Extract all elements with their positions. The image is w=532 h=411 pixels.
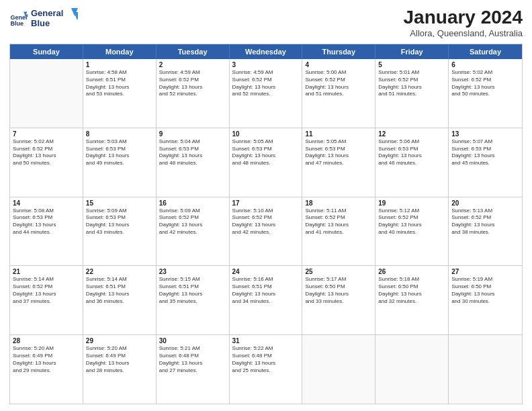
day-number: 14 [13,199,80,207]
day-info: Sunrise: 5:10 AM Sunset: 6:52 PM Dayligh… [232,208,300,236]
day-number: 13 [451,130,519,138]
day-info: Sunrise: 5:09 AM Sunset: 6:53 PM Dayligh… [86,208,153,236]
weekday-header-friday: Friday [375,44,449,59]
day-cell-8: 8Sunrise: 5:03 AM Sunset: 6:53 PM Daylig… [83,128,157,197]
day-cell-13: 13Sunrise: 5:07 AM Sunset: 6:53 PM Dayli… [449,128,522,197]
day-info: Sunrise: 5:04 AM Sunset: 6:53 PM Dayligh… [159,138,226,167]
page: General Blue General Blue January 2024 A… [0,0,532,411]
day-cell-22: 22Sunrise: 5:14 AM Sunset: 6:51 PM Dayli… [83,266,157,334]
day-info: Sunrise: 5:15 AM Sunset: 6:51 PM Dayligh… [159,276,226,305]
day-cell-27: 27Sunrise: 5:19 AM Sunset: 6:50 PM Dayli… [449,266,522,334]
day-number: 15 [86,199,153,207]
svg-text:Blue: Blue [31,18,50,28]
day-number: 21 [13,268,80,275]
day-info: Sunrise: 5:20 AM Sunset: 6:49 PM Dayligh… [86,345,153,374]
day-info: Sunrise: 5:12 AM Sunset: 6:52 PM Dayligh… [378,208,445,236]
day-number: 1 [86,61,153,68]
day-cell-1: 1Sunrise: 4:58 AM Sunset: 6:51 PM Daylig… [83,59,157,128]
day-info: Sunrise: 5:20 AM Sunset: 6:49 PM Dayligh… [13,345,80,374]
title-block: January 2024 Allora, Queensland, Austral… [404,7,523,38]
day-cell-4: 4Sunrise: 5:00 AM Sunset: 6:52 PM Daylig… [302,59,375,128]
day-cell-20: 20Sunrise: 5:13 AM Sunset: 6:52 PM Dayli… [449,197,522,266]
svg-marker-7 [74,12,78,20]
day-cell-15: 15Sunrise: 5:09 AM Sunset: 6:53 PM Dayli… [83,197,157,266]
day-cell-29: 29Sunrise: 5:20 AM Sunset: 6:49 PM Dayli… [83,335,157,404]
day-number: 9 [159,130,226,138]
day-info: Sunrise: 5:02 AM Sunset: 6:52 PM Dayligh… [13,138,80,167]
empty-cell-r0c0 [10,59,83,128]
day-number: 8 [86,130,153,138]
day-number: 25 [305,268,372,275]
day-number: 29 [86,337,153,345]
day-cell-11: 11Sunrise: 5:05 AM Sunset: 6:53 PM Dayli… [302,128,375,197]
day-info: Sunrise: 4:59 AM Sunset: 6:52 PM Dayligh… [159,69,226,98]
day-number: 20 [451,199,519,207]
weekday-header-sunday: Sunday [10,44,83,59]
day-number: 7 [13,130,80,138]
day-info: Sunrise: 5:21 AM Sunset: 6:48 PM Dayligh… [159,345,226,374]
logo-icon: General Blue [9,11,28,30]
day-cell-2: 2Sunrise: 4:59 AM Sunset: 6:52 PM Daylig… [157,59,230,128]
logo: General Blue General Blue [9,7,78,34]
day-info: Sunrise: 5:11 AM Sunset: 6:52 PM Dayligh… [305,208,372,236]
day-cell-23: 23Sunrise: 5:15 AM Sunset: 6:51 PM Dayli… [157,266,230,334]
header: General Blue General Blue January 2024 A… [9,7,523,38]
day-info: Sunrise: 5:08 AM Sunset: 6:53 PM Dayligh… [13,208,80,236]
day-cell-18: 18Sunrise: 5:11 AM Sunset: 6:52 PM Dayli… [302,197,375,266]
day-number: 2 [159,61,226,68]
logo-svg: General Blue [31,7,78,31]
empty-cell-r4c6 [449,335,522,404]
day-cell-3: 3Sunrise: 4:59 AM Sunset: 6:52 PM Daylig… [230,59,303,128]
day-cell-9: 9Sunrise: 5:04 AM Sunset: 6:53 PM Daylig… [157,128,230,197]
logo-text: General Blue [31,7,78,34]
day-info: Sunrise: 5:07 AM Sunset: 6:53 PM Dayligh… [451,138,519,167]
day-number: 12 [378,130,445,138]
svg-text:General: General [31,8,63,18]
svg-text:Blue: Blue [10,20,24,27]
day-info: Sunrise: 5:16 AM Sunset: 6:51 PM Dayligh… [232,276,300,305]
day-cell-16: 16Sunrise: 5:09 AM Sunset: 6:52 PM Dayli… [157,197,230,266]
day-number: 11 [305,130,372,138]
weekday-header-monday: Monday [83,44,157,59]
day-number: 6 [451,61,519,68]
location-subtitle: Allora, Queensland, Australia [404,28,523,38]
calendar-header-row: SundayMondayTuesdayWednesdayThursdayFrid… [10,44,522,59]
day-info: Sunrise: 5:18 AM Sunset: 6:50 PM Dayligh… [378,276,445,305]
weekday-header-wednesday: Wednesday [230,44,303,59]
day-number: 3 [232,61,300,68]
calendar-row-2: 14Sunrise: 5:08 AM Sunset: 6:53 PM Dayli… [10,197,522,267]
day-info: Sunrise: 5:03 AM Sunset: 6:53 PM Dayligh… [86,138,153,167]
weekday-header-saturday: Saturday [449,44,522,59]
day-number: 22 [86,268,153,275]
day-number: 28 [13,337,80,345]
day-cell-21: 21Sunrise: 5:14 AM Sunset: 6:52 PM Dayli… [10,266,83,334]
day-cell-24: 24Sunrise: 5:16 AM Sunset: 6:51 PM Dayli… [230,266,303,334]
day-info: Sunrise: 4:58 AM Sunset: 6:51 PM Dayligh… [86,69,153,98]
day-number: 24 [232,268,300,275]
day-info: Sunrise: 4:59 AM Sunset: 6:52 PM Dayligh… [232,69,300,98]
day-number: 31 [232,337,300,345]
day-number: 18 [305,199,372,207]
day-info: Sunrise: 5:02 AM Sunset: 6:52 PM Dayligh… [451,69,519,98]
day-number: 30 [159,337,226,345]
day-cell-12: 12Sunrise: 5:06 AM Sunset: 6:53 PM Dayli… [375,128,449,197]
calendar-row-1: 7Sunrise: 5:02 AM Sunset: 6:52 PM Daylig… [10,128,522,197]
month-title: January 2024 [404,7,523,28]
day-number: 4 [305,61,372,68]
day-cell-7: 7Sunrise: 5:02 AM Sunset: 6:52 PM Daylig… [10,128,83,197]
day-cell-31: 31Sunrise: 5:22 AM Sunset: 6:48 PM Dayli… [230,335,303,404]
day-info: Sunrise: 5:01 AM Sunset: 6:52 PM Dayligh… [378,69,445,98]
weekday-header-thursday: Thursday [302,44,375,59]
day-cell-26: 26Sunrise: 5:18 AM Sunset: 6:50 PM Dayli… [375,266,449,334]
day-number: 26 [378,268,445,275]
day-cell-28: 28Sunrise: 5:20 AM Sunset: 6:49 PM Dayli… [10,335,83,404]
weekday-header-tuesday: Tuesday [157,44,230,59]
day-info: Sunrise: 5:14 AM Sunset: 6:51 PM Dayligh… [86,276,153,305]
day-info: Sunrise: 5:09 AM Sunset: 6:52 PM Dayligh… [159,208,226,236]
day-info: Sunrise: 5:00 AM Sunset: 6:52 PM Dayligh… [305,69,372,98]
day-info: Sunrise: 5:19 AM Sunset: 6:50 PM Dayligh… [451,276,519,305]
calendar: SundayMondayTuesdayWednesdayThursdayFrid… [9,44,523,404]
day-cell-6: 6Sunrise: 5:02 AM Sunset: 6:52 PM Daylig… [449,59,522,128]
day-info: Sunrise: 5:13 AM Sunset: 6:52 PM Dayligh… [451,208,519,236]
day-info: Sunrise: 5:22 AM Sunset: 6:48 PM Dayligh… [232,345,300,374]
